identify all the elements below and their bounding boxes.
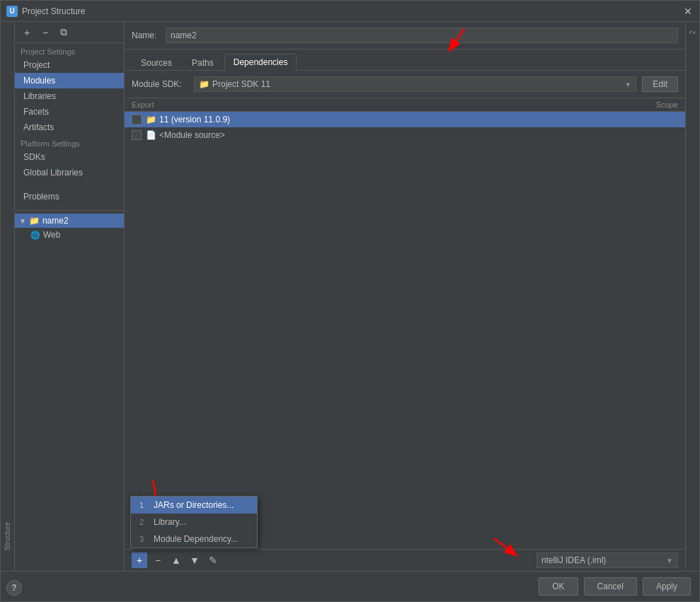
module-folder-icon: 📁: [29, 216, 40, 226]
sidebar-item-libraries[interactable]: Libraries: [15, 88, 124, 104]
scope-area: ntelliJ IDEA (.iml) ▼: [224, 552, 678, 568]
structure-tab[interactable]: Structure: [2, 516, 13, 557]
tab-sources[interactable]: Sources: [132, 54, 181, 71]
name-row: Name:: [125, 22, 685, 50]
window-title: Project Structure: [22, 6, 682, 16]
sidebar-item-facets[interactable]: Facets: [15, 104, 124, 120]
sidebar-item-project-label: Project: [23, 60, 50, 70]
module-tree-label: name2: [42, 216, 69, 226]
sdk-value: Project SDK 11: [210, 79, 624, 89]
module-source-icon: 📄: [146, 130, 156, 140]
sidebar-item-problems-label: Problems: [23, 192, 59, 202]
dep-table-body: 📁 11 (version 11.0.9) 📄 <Module source>: [125, 112, 685, 549]
sidebar-item-sdks[interactable]: SDKs: [15, 149, 124, 165]
dropdown-menu: 1 JARs or Directories... 2 Library... 3 …: [130, 496, 258, 548]
sidebar-item-libraries-label: Libraries: [23, 91, 56, 101]
dep-checkbox-module-source[interactable]: [132, 130, 142, 140]
dep-row-module-source[interactable]: 📄 <Module source>: [125, 127, 685, 143]
tree-expand-icon: ▼: [19, 217, 26, 225]
web-icon: 🌐: [30, 231, 40, 240]
content-area: Structure + − ⧉ Project Settings Project…: [1, 22, 699, 571]
sidebar-item-problems[interactable]: Problems: [15, 189, 124, 204]
sdk-row-folder-icon: 📁: [146, 115, 156, 125]
add-module-button[interactable]: +: [19, 25, 35, 40]
move-down-button[interactable]: ▼: [187, 552, 202, 568]
project-settings-label: Project Settings: [15, 43, 124, 57]
sidebar-toolbar: + − ⧉: [15, 22, 124, 43]
move-up-button[interactable]: ▲: [168, 552, 184, 568]
sidebar-item-artifacts-label: Artifacts: [23, 122, 54, 132]
dropdown-item-library[interactable]: 2 Library...: [131, 514, 257, 531]
bottom-toolbar: 1 JARs or Directories... 2 Library... 3 …: [125, 549, 685, 571]
sdk-dropdown-arrow: ▼: [624, 81, 631, 88]
scope-dropdown-arrow: ▼: [666, 557, 673, 565]
tab-paths[interactable]: Paths: [183, 54, 223, 71]
module-tree-item-name2[interactable]: ▼ 📁 name2: [15, 214, 124, 228]
add-dependency-button[interactable]: +: [132, 552, 147, 568]
dropdown-item-jars[interactable]: 1 JARs or Directories...: [131, 497, 257, 514]
scope-selector[interactable]: ntelliJ IDEA (.iml) ▼: [537, 552, 678, 568]
sidebar-item-project[interactable]: Project: [15, 57, 124, 73]
left-tab-strip: Structure: [1, 22, 15, 571]
dep-table-header: Export Scope: [125, 98, 685, 112]
sidebar-item-sdks-label: SDKs: [23, 152, 45, 162]
sidebar-item-modules[interactable]: Modules: [15, 73, 124, 88]
dep-name-module-source: 📄 <Module source>: [146, 130, 617, 140]
sdk-row: Module SDK: 📁 Project SDK 11 ▼ Edit: [125, 71, 685, 98]
tab-dependencies[interactable]: Dependencies: [224, 54, 297, 71]
sidebar: + − ⧉ Project Settings Project Modules L…: [15, 22, 125, 571]
copy-module-button[interactable]: ⧉: [56, 25, 71, 40]
sidebar-item-facets-label: Facets: [23, 107, 49, 117]
dep-row-sdk[interactable]: 📁 11 (version 11.0.9): [125, 112, 685, 127]
dropdown-item-2-num: 2: [139, 518, 148, 526]
right-side-tab[interactable]: 2: [687, 25, 698, 40]
sidebar-item-global-libraries[interactable]: Global Libraries: [15, 165, 124, 180]
dropdown-item-3-num: 3: [139, 535, 148, 543]
ok-button[interactable]: OK: [539, 577, 578, 596]
sidebar-item-global-libraries-label: Global Libraries: [23, 168, 83, 178]
sidebar-item-modules-label: Modules: [23, 76, 55, 86]
module-tree-web-label: Web: [43, 230, 60, 240]
sidebar-item-artifacts[interactable]: Artifacts: [15, 120, 124, 135]
project-structure-window: U Project Structure ✕ Structure + − ⧉ Pr…: [0, 0, 700, 602]
dropdown-item-1-num: 1: [139, 501, 148, 509]
title-bar: U Project Structure ✕: [1, 1, 699, 22]
remove-module-button[interactable]: −: [38, 25, 53, 40]
dropdown-item-1-label: JARs or Directories...: [154, 500, 234, 510]
app-icon: U: [6, 6, 18, 17]
apply-button[interactable]: Apply: [643, 577, 691, 596]
export-col-header: Export: [132, 100, 621, 109]
name-label: Name:: [132, 30, 160, 40]
remove-dependency-button[interactable]: −: [150, 552, 166, 568]
dep-checkbox-sdk[interactable]: [132, 115, 142, 125]
dropdown-item-3-label: Module Dependency...: [154, 534, 238, 544]
main-panel: Name: Sources Paths Dependencies: [125, 22, 685, 571]
dependencies-panel: Module SDK: 📁 Project SDK 11 ▼ Edit Expo…: [125, 71, 685, 571]
module-sdk-select[interactable]: 📁 Project SDK 11 ▼: [194, 76, 636, 92]
name-input[interactable]: [166, 28, 678, 43]
scope-selector-text: ntelliJ IDEA (.iml): [541, 555, 666, 565]
module-tree-item-web[interactable]: 🌐 Web: [15, 228, 124, 242]
right-side-tabs: 2: [685, 22, 699, 571]
help-button[interactable]: ?: [6, 580, 22, 596]
platform-settings-label: Platform Settings: [15, 135, 124, 149]
edit-sdk-button[interactable]: Edit: [642, 76, 678, 92]
footer: ? OK Cancel Apply: [1, 571, 699, 601]
edit-dependency-button[interactable]: ✎: [205, 552, 221, 568]
close-button[interactable]: ✕: [682, 6, 694, 17]
dep-name-sdk: 📁 11 (version 11.0.9): [146, 115, 617, 125]
tabs-row: Sources Paths Dependencies: [125, 50, 685, 71]
sdk-label: Module SDK:: [132, 79, 188, 89]
scope-col-header: Scope: [621, 100, 678, 109]
cancel-button[interactable]: Cancel: [584, 577, 637, 596]
sdk-folder-icon: 📁: [199, 79, 210, 89]
dropdown-item-2-label: Library...: [154, 517, 186, 527]
dropdown-item-module-dep[interactable]: 3 Module Dependency...: [131, 531, 257, 548]
